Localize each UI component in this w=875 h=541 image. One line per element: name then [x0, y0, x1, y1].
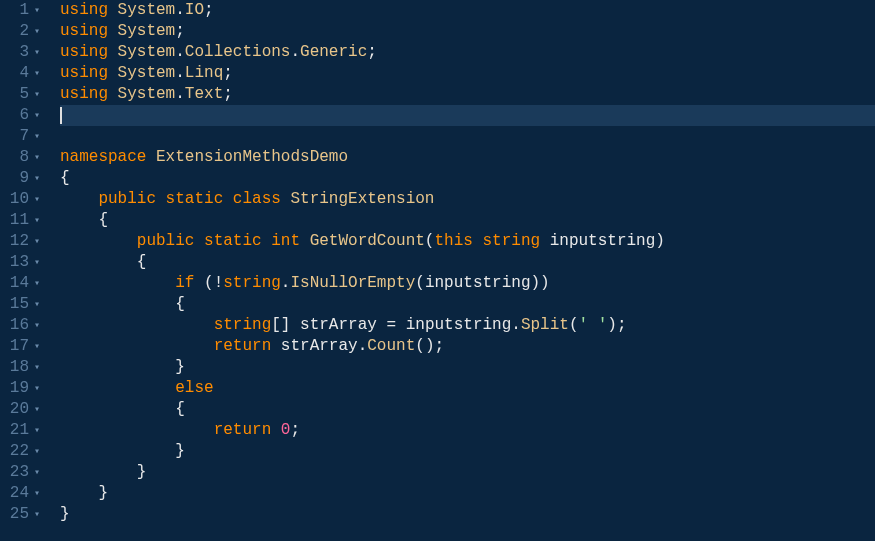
code-token: 0	[281, 421, 291, 439]
fold-icon: ▾	[31, 21, 40, 42]
code-line[interactable]: else	[60, 378, 875, 399]
code-line[interactable]: using System;	[60, 21, 875, 42]
code-token: }	[137, 463, 147, 481]
code-line[interactable]: {	[60, 294, 875, 315]
code-line[interactable]: public static class StringExtension	[60, 189, 875, 210]
fold-icon: ▾	[31, 147, 40, 168]
code-token: this string	[434, 232, 549, 250]
fold-icon[interactable]: ▾	[31, 168, 40, 189]
fold-icon: ▾	[31, 483, 40, 504]
code-line[interactable]: namespace ExtensionMethodsDemo	[60, 147, 875, 168]
gutter-line: 8▾	[0, 147, 40, 168]
code-token: .	[175, 1, 185, 19]
fold-icon[interactable]: ▾	[31, 399, 40, 420]
fold-icon: ▾	[31, 462, 40, 483]
fold-icon: ▾	[31, 420, 40, 441]
code-token: ;	[223, 64, 233, 82]
code-token: return	[214, 337, 281, 355]
line-number: 17	[10, 336, 29, 357]
gutter-line: 6▾	[0, 105, 40, 126]
line-number: 1	[19, 0, 29, 21]
code-token: ;	[290, 421, 300, 439]
code-token	[60, 253, 137, 271]
code-line[interactable]: {	[60, 399, 875, 420]
gutter-line: 17▾	[0, 336, 40, 357]
fold-icon: ▾	[31, 105, 40, 126]
code-token: .	[511, 316, 521, 334]
fold-icon: ▾	[31, 273, 40, 294]
code-line[interactable]	[60, 126, 875, 147]
code-token	[60, 316, 214, 334]
line-number: 12	[10, 231, 29, 252]
code-token: {	[175, 400, 185, 418]
gutter-line: 3▾	[0, 42, 40, 63]
gutter-line: 7▾	[0, 126, 40, 147]
code-token: .	[358, 337, 368, 355]
code-line[interactable]: return 0;	[60, 420, 875, 441]
code-token: {	[60, 169, 70, 187]
gutter-line: 10▾	[0, 189, 40, 210]
gutter-line: 18▾	[0, 357, 40, 378]
line-number: 5	[19, 84, 29, 105]
code-token: }	[175, 358, 185, 376]
fold-icon: ▾	[31, 189, 40, 210]
code-token	[60, 211, 98, 229]
code-token: System	[118, 43, 176, 61]
gutter-line: 15▾	[0, 294, 40, 315]
code-line[interactable]: using System.Linq;	[60, 63, 875, 84]
gutter-line: 1▾	[0, 0, 40, 21]
line-number: 9	[19, 168, 29, 189]
line-number: 11	[10, 210, 29, 231]
code-line[interactable]: using System.IO;	[60, 0, 875, 21]
gutter-line: 13▾	[0, 252, 40, 273]
fold-icon: ▾	[31, 441, 40, 462]
code-token: );	[607, 316, 626, 334]
line-number: 3	[19, 42, 29, 63]
code-token: ' '	[579, 316, 608, 334]
fold-icon: ▾	[31, 63, 40, 84]
gutter-line: 20▾	[0, 399, 40, 420]
code-token: using	[60, 85, 118, 103]
code-line[interactable]: using System.Collections.Generic;	[60, 42, 875, 63]
code-token: else	[175, 379, 213, 397]
code-line[interactable]: using System.Text;	[60, 84, 875, 105]
code-line[interactable]: }	[60, 357, 875, 378]
code-line[interactable]: {	[60, 210, 875, 231]
code-token: Generic	[300, 43, 367, 61]
code-token: IsNullOrEmpty	[290, 274, 415, 292]
line-number: 13	[10, 252, 29, 273]
code-line[interactable]: string[] strArray = inputstring.Split(' …	[60, 315, 875, 336]
code-line[interactable]: return strArray.Count();	[60, 336, 875, 357]
code-line[interactable]: }	[60, 483, 875, 504]
fold-icon[interactable]: ▾	[31, 294, 40, 315]
code-token	[60, 190, 98, 208]
code-line[interactable]: {	[60, 168, 875, 189]
code-line[interactable]: public static int GetWordCount(this stri…	[60, 231, 875, 252]
fold-icon: ▾	[31, 84, 40, 105]
code-line[interactable]: {	[60, 252, 875, 273]
code-line[interactable]: }	[60, 462, 875, 483]
line-number: 7	[19, 126, 29, 147]
line-number: 25	[10, 504, 29, 525]
code-line[interactable]: }	[60, 441, 875, 462]
code-token: string	[223, 274, 281, 292]
code-token: Split	[521, 316, 569, 334]
code-line[interactable]: }	[60, 504, 875, 525]
code-token: {	[137, 253, 147, 271]
fold-icon[interactable]: ▾	[31, 210, 40, 231]
code-line[interactable]: if (!string.IsNullOrEmpty(inputstring))	[60, 273, 875, 294]
code-line[interactable]	[60, 105, 875, 126]
code-token: public static class	[98, 190, 290, 208]
code-area[interactable]: using System.IO;using System;using Syste…	[48, 0, 875, 541]
code-editor[interactable]: 1▾2▾3▾4▾5▾6▾7▾8▾9▾10▾11▾12▾13▾14▾15▾16▾1…	[0, 0, 875, 541]
fold-icon[interactable]: ▾	[31, 252, 40, 273]
line-number: 6	[19, 105, 29, 126]
code-token: ();	[415, 337, 444, 355]
code-token	[60, 274, 175, 292]
gutter-line: 19▾	[0, 378, 40, 399]
gutter-line: 9▾	[0, 168, 40, 189]
fold-icon[interactable]: ▾	[31, 0, 40, 21]
gutter-line: 16▾	[0, 315, 40, 336]
line-number: 21	[10, 420, 29, 441]
code-token	[60, 421, 214, 439]
